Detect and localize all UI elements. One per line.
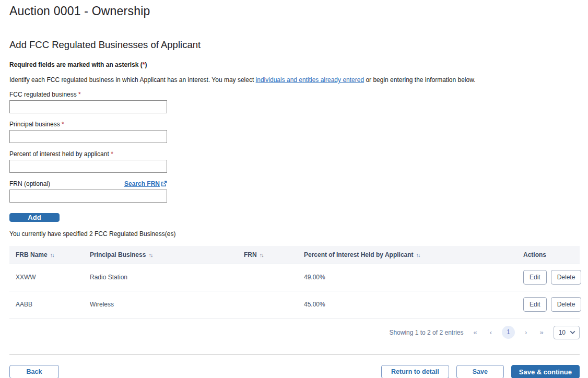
save-and-continue-button[interactable]: Save & continue xyxy=(511,365,580,378)
last-page-button[interactable]: » xyxy=(537,328,546,336)
column-label: Principal Business xyxy=(90,251,146,258)
column-label: Percent of Interest Held by Applicant xyxy=(304,251,414,258)
frb-table: FRB Name↑↓ Principal Business↑↓ FRN↑↓ Pe… xyxy=(9,246,580,318)
percent-required-asterisk: * xyxy=(111,150,113,158)
column-header-frb-name[interactable]: FRB Name↑↓ xyxy=(9,246,84,264)
first-page-button[interactable]: « xyxy=(471,328,479,336)
cell-frn xyxy=(238,264,298,291)
cell-percent: 49.00% xyxy=(298,264,517,291)
page-number-button[interactable]: 1 xyxy=(502,326,515,339)
entities-already-entered-link[interactable]: individuals and entities already entered xyxy=(256,76,364,84)
column-header-percent[interactable]: Percent of Interest Held by Applicant↑↓ xyxy=(298,246,517,264)
percent-field-group: Percent of interest held by applicant * xyxy=(9,150,167,173)
chevron-down-icon xyxy=(570,329,575,334)
page-size-select[interactable]: 10 xyxy=(554,326,580,339)
percent-label-text: Percent of interest held by applicant xyxy=(9,150,109,158)
sort-icon[interactable]: ↑↓ xyxy=(148,252,152,258)
frn-field-label: FRN (optional) xyxy=(9,180,50,187)
cell-percent: 45.00% xyxy=(298,291,517,318)
cell-actions: Edit Delete xyxy=(517,264,580,291)
column-label: FRB Name xyxy=(16,251,48,258)
footer-actions: Back Return to detail Save Save & contin… xyxy=(9,365,580,378)
principal-field-label: Principal business * xyxy=(9,121,64,128)
frb-label-text: FCC regulated business xyxy=(9,91,77,98)
pagination-bar: Showing 1 to 2 of 2 entries « ‹ 1 › » 10 xyxy=(9,326,580,339)
table-header-row: FRB Name↑↓ Principal Business↑↓ FRN↑↓ Pe… xyxy=(9,246,580,264)
external-link-icon xyxy=(161,181,167,187)
sort-icon[interactable]: ↑↓ xyxy=(416,252,420,258)
instructions-after: or begin entering the information below. xyxy=(364,76,475,84)
percent-input[interactable] xyxy=(9,160,167,173)
search-frn-link[interactable]: Search FRN xyxy=(124,180,167,187)
edit-button[interactable]: Edit xyxy=(523,297,547,312)
instructions-text: Identify each FCC regulated business in … xyxy=(9,76,580,84)
cell-principal-business: Radio Station xyxy=(84,264,238,291)
column-header-frn[interactable]: FRN↑↓ xyxy=(238,246,298,264)
prev-page-button[interactable]: ‹ xyxy=(487,328,495,336)
principal-label-text: Principal business xyxy=(9,121,60,128)
cell-frb-name: AABB xyxy=(9,291,84,318)
back-button[interactable]: Back xyxy=(9,365,59,378)
required-note-close: ) xyxy=(145,61,147,68)
table-row: XXWW Radio Station 49.00% Edit Delete xyxy=(9,264,580,291)
column-header-actions: Actions xyxy=(517,246,580,264)
cell-frn xyxy=(238,291,298,318)
delete-button[interactable]: Delete xyxy=(551,270,582,285)
principal-input[interactable] xyxy=(9,130,167,143)
return-to-detail-button[interactable]: Return to detail xyxy=(381,365,449,378)
frb-count-text: You currently have specified 2 FCC Regul… xyxy=(9,230,580,238)
footer-divider xyxy=(9,354,580,355)
required-note-text: Required fields are marked with an aster… xyxy=(9,61,143,68)
ownership-page: Auction 0001 - Ownership Add FCC Regulat… xyxy=(0,0,588,378)
column-header-principal-business[interactable]: Principal Business↑↓ xyxy=(84,246,238,264)
next-page-button[interactable]: › xyxy=(522,328,530,336)
table-row: AABB Wireless 45.00% Edit Delete xyxy=(9,291,580,318)
sort-icon[interactable]: ↑↓ xyxy=(50,252,54,258)
delete-button[interactable]: Delete xyxy=(551,297,582,312)
page-size-value: 10 xyxy=(559,329,566,336)
edit-button[interactable]: Edit xyxy=(523,270,547,285)
add-button[interactable]: Add xyxy=(9,213,60,222)
column-label: Actions xyxy=(523,251,546,258)
frb-field-group: FCC regulated business * xyxy=(9,91,167,113)
principal-required-asterisk: * xyxy=(62,121,64,128)
pagination-summary: Showing 1 to 2 of 2 entries xyxy=(389,329,463,336)
cell-principal-business: Wireless xyxy=(84,291,238,318)
section-heading: Add FCC Regulated Businesses of Applican… xyxy=(9,39,580,51)
cell-actions: Edit Delete xyxy=(517,291,580,318)
frn-input[interactable] xyxy=(9,190,167,203)
page-title: Auction 0001 - Ownership xyxy=(9,4,580,18)
percent-field-label: Percent of interest held by applicant * xyxy=(9,150,113,158)
frb-required-asterisk: * xyxy=(78,91,81,98)
frn-field-group: FRN (optional) Search FRN xyxy=(9,180,167,203)
cell-frb-name: XXWW xyxy=(9,264,84,291)
sort-icon[interactable]: ↑↓ xyxy=(260,252,263,258)
column-label: FRN xyxy=(244,251,257,258)
frb-field-label: FCC regulated business * xyxy=(9,91,81,98)
principal-field-group: Principal business * xyxy=(9,121,167,143)
instructions-before: Identify each FCC regulated business in … xyxy=(9,76,256,84)
save-button[interactable]: Save xyxy=(456,365,504,378)
required-fields-note: Required fields are marked with an aster… xyxy=(9,61,580,68)
frb-input[interactable] xyxy=(9,100,167,113)
search-frn-label: Search FRN xyxy=(124,180,160,187)
